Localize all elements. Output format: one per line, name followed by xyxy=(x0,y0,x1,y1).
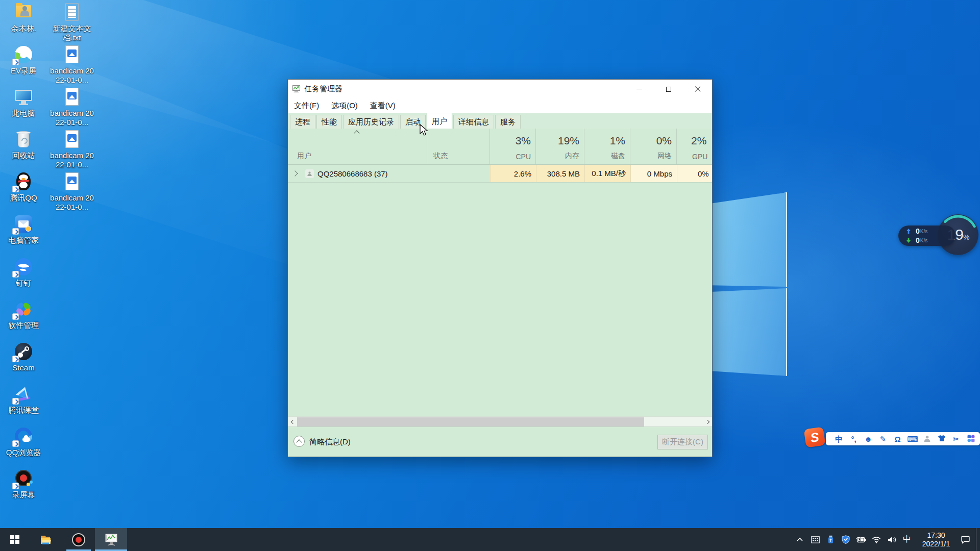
sogou-logo[interactable]: S xyxy=(804,427,826,448)
bandicam-taskbar-button[interactable] xyxy=(66,528,91,551)
desktop-icon-steam[interactable]: Steam xyxy=(1,341,46,372)
action-center-icon[interactable] xyxy=(958,528,973,551)
desktop-icon-ev-recorder[interactable]: EV录屏 xyxy=(1,44,46,76)
menu-options[interactable]: 选项(O) xyxy=(325,101,364,111)
tray-overflow-chevron-icon[interactable] xyxy=(792,528,807,551)
ime-symbols-icon[interactable]: Ω xyxy=(893,435,903,443)
battery-icon[interactable] xyxy=(853,528,869,551)
desktop-icon-bandicam-file-4[interactable]: bandicam 2022-01-0... xyxy=(49,171,95,212)
desktop-icon-software-manager[interactable]: 软件管理 xyxy=(1,299,46,330)
task-manager-window: 任务管理器 文件(F) 选项(O) 查看(V) 进程 性能 应用历史记录 启动 … xyxy=(287,79,713,457)
ime-toolbox-icon[interactable] xyxy=(966,435,976,443)
upload-arrow-icon xyxy=(905,228,912,234)
desktop-icon-bandicam-file-3[interactable]: bandicam 2022-01-0... xyxy=(49,129,95,170)
tab-app-history[interactable]: 应用历史记录 xyxy=(343,115,399,129)
desktop-icon-new-text-file[interactable]: 新建文本文档.txt xyxy=(49,2,95,43)
system-tray: 中 17:30 2022/1/1 xyxy=(792,528,980,551)
column-header-memory[interactable]: 19% 内存 xyxy=(536,129,584,165)
desktop-icon-recycle-bin[interactable]: 回收站 xyxy=(1,129,46,160)
user-folder-icon xyxy=(12,2,35,22)
desktop-icon-screen-recorder[interactable]: 录屏幕 xyxy=(1,468,46,499)
desktop-icon-label: 腾讯QQ xyxy=(1,193,46,203)
ime-scissors-icon[interactable]: ✂ xyxy=(951,435,962,443)
desktop-icon-bandicam-file-1[interactable]: bandicam 2022-01-0... xyxy=(49,44,95,85)
desktop-icon-dingtalk[interactable]: 钉钉 xyxy=(1,257,46,288)
desktop-icon-label: bandicam 2022-01-0... xyxy=(49,151,95,170)
desktop-icon-label: Steam xyxy=(1,363,46,372)
horizontal-scrollbar[interactable] xyxy=(288,416,712,427)
desktop-icon-label: 录屏幕 xyxy=(1,490,46,499)
usb-device-icon[interactable] xyxy=(823,528,838,551)
ime-emoji-icon[interactable]: ☻ xyxy=(863,435,873,443)
tab-performance[interactable]: 性能 xyxy=(316,115,342,129)
cell-status xyxy=(427,165,490,182)
ime-bar: 中 °, ☻ ✎ Ω ⌨ ✂ xyxy=(826,432,980,445)
tab-processes[interactable]: 进程 xyxy=(290,115,315,129)
show-desktop-strip[interactable] xyxy=(976,528,980,551)
collapse-details-icon[interactable] xyxy=(293,436,305,447)
desktop-icon-label: 腾讯课堂 xyxy=(1,406,46,415)
tencent-classroom-icon xyxy=(12,384,35,404)
scroll-right-arrow[interactable] xyxy=(703,417,712,427)
bandicam-icon xyxy=(72,533,85,546)
download-speed-unit: K/s xyxy=(920,238,927,243)
column-header-status[interactable]: 状态 xyxy=(427,129,490,165)
desktop-icon-qq-browser[interactable]: QQ浏览器 xyxy=(1,426,46,457)
scroll-left-arrow[interactable] xyxy=(288,417,297,427)
menu-view[interactable]: 查看(V) xyxy=(364,101,402,111)
tab-details[interactable]: 详细信息 xyxy=(453,115,494,129)
tab-services[interactable]: 服务 xyxy=(495,115,521,129)
security-shield-icon[interactable] xyxy=(838,528,853,551)
desktop-icon-label: 钉钉 xyxy=(1,279,46,288)
windows-logo-icon xyxy=(10,535,19,544)
shortcut-arrow-icon xyxy=(12,440,19,447)
maximize-button[interactable] xyxy=(654,80,683,98)
desktop-icon-this-pc[interactable]: 此电脑 xyxy=(1,87,46,118)
minimize-button[interactable] xyxy=(625,80,654,98)
desktop-icon-bandicam-file-2[interactable]: bandicam 2022-01-0... xyxy=(49,87,95,128)
column-header-user[interactable]: 用户 xyxy=(288,129,427,165)
column-header-cpu[interactable]: 3% CPU xyxy=(490,129,536,165)
taskbar-clock[interactable]: 17:30 2022/1/1 xyxy=(915,531,958,548)
qq-penguin-icon xyxy=(12,171,35,192)
desktop-icon-label: 软件管理 xyxy=(1,321,46,330)
task-manager-icon xyxy=(104,533,119,546)
ime-skin-icon[interactable] xyxy=(937,435,947,443)
ime-keyboard-icon[interactable]: ⌨ xyxy=(907,435,917,443)
column-header-network[interactable]: 0% 网络 xyxy=(630,129,677,165)
tray-input-language[interactable]: 中 xyxy=(899,528,915,551)
this-pc-icon xyxy=(12,87,35,107)
tab-strip: 进程 性能 应用历史记录 启动 用户 详细信息 服务 xyxy=(288,113,712,129)
expand-chevron-icon[interactable] xyxy=(292,170,298,176)
desktop-icon-tencent-qq[interactable]: 腾讯QQ xyxy=(1,171,46,203)
clock-date: 2022/1/1 xyxy=(915,540,958,548)
shortcut-arrow-icon xyxy=(12,59,19,65)
touch-keyboard-icon[interactable] xyxy=(807,528,823,551)
close-button[interactable] xyxy=(683,80,712,98)
network-speed-pill[interactable]: 0 K/s 0 K/s xyxy=(898,226,955,246)
wifi-icon[interactable] xyxy=(869,528,884,551)
task-manager-taskbar-button[interactable] xyxy=(95,528,127,551)
fewer-details-label[interactable]: 简略信息(D) xyxy=(309,437,351,447)
cell-network: 0 Mbps xyxy=(630,165,677,182)
window-title: 任务管理器 xyxy=(304,84,342,94)
menu-file[interactable]: 文件(F) xyxy=(288,101,325,111)
column-header-gpu[interactable]: 2% GPU xyxy=(677,129,725,165)
desktop-icon-tencent-classroom[interactable]: 腾讯课堂 xyxy=(1,384,46,415)
volume-icon[interactable] xyxy=(884,528,899,551)
desktop-icon-pc-manager[interactable]: 电脑管家 xyxy=(1,214,46,245)
start-button[interactable] xyxy=(0,528,30,551)
scrollbar-thumb[interactable] xyxy=(297,417,644,427)
table-header: 用户 状态 3% CPU 19% 内存 1% 磁盘 0% 网络 2% GPU xyxy=(288,129,712,165)
desktop-icon-yumulin[interactable]: 余木林. xyxy=(1,2,46,33)
ime-punctuation-icon[interactable]: °, xyxy=(849,435,859,443)
ime-handwriting-icon[interactable]: ✎ xyxy=(878,435,888,443)
column-header-disk[interactable]: 1% 磁盘 xyxy=(584,129,630,165)
user-row[interactable]: QQ2580668683 (37) 2.6% 308.5 MB 0.1 MB/秒… xyxy=(288,165,712,182)
ime-account-icon[interactable] xyxy=(922,435,932,443)
file-explorer-taskbar-button[interactable] xyxy=(35,528,59,551)
ime-language-mode[interactable]: 中 xyxy=(834,435,844,443)
user-avatar-icon xyxy=(305,169,314,178)
shortcut-arrow-icon xyxy=(12,398,19,405)
disconnect-button[interactable]: 断开连接(C) xyxy=(657,435,708,449)
